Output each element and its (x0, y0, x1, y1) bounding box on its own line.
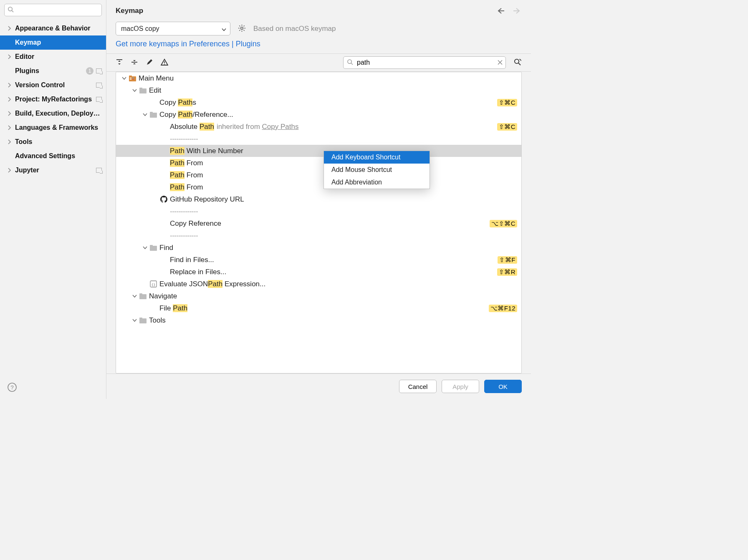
tree-row[interactable]: ------------- (116, 230, 521, 242)
chevron-down-icon (142, 113, 148, 116)
actions-search-input[interactable] (343, 56, 506, 69)
github-icon (160, 196, 167, 203)
tree-row[interactable]: Copy Reference⌥⇧⌘C (116, 217, 521, 230)
svg-line-12 (244, 30, 245, 30)
svg-rect-36 (150, 245, 153, 247)
tree-row-label: Replace in Files... (170, 268, 226, 276)
tree-row-label: Main Menu (139, 74, 174, 83)
sidebar-item-plugins[interactable]: Plugins1 (0, 64, 106, 78)
keymap-select[interactable]: macOS copy (116, 22, 230, 35)
folder-icon (139, 317, 147, 324)
expand-all-icon[interactable] (116, 58, 123, 67)
svg-rect-28 (130, 79, 131, 80)
tree-row-label: Find in Files... (170, 256, 214, 264)
svg-point-6 (241, 27, 243, 29)
tree-row-label: Find (159, 244, 173, 252)
sidebar-item-project-myrefactorings[interactable]: Project: MyRefactorings (0, 92, 106, 106)
based-on-label: Based on macOS keymap (253, 25, 336, 33)
sidebar-search (4, 4, 102, 16)
tree-row[interactable]: Copy Path/Reference... (116, 108, 521, 121)
clear-search-icon[interactable] (498, 59, 503, 66)
chevron-right-icon (7, 168, 12, 173)
find-by-shortcut-icon[interactable] (513, 58, 522, 68)
tree-row[interactable]: Path From (116, 181, 521, 193)
context-menu-item[interactable]: Add Abbreviation (324, 176, 430, 189)
sidebar-item-keymap[interactable]: Keymap (0, 35, 106, 50)
back-button[interactable] (496, 7, 505, 15)
context-menu-item[interactable]: Add Mouse Shortcut (324, 164, 430, 176)
json-icon: { } (149, 280, 157, 288)
svg-text:{ }: { } (152, 283, 155, 286)
warning-icon[interactable] (161, 58, 168, 67)
tree-row[interactable]: Find in Files...⇧⌘F (116, 254, 521, 266)
cancel-button[interactable]: Cancel (399, 380, 437, 393)
chevron-down-icon (121, 77, 127, 80)
tree-row[interactable]: ------------- (116, 205, 521, 217)
gear-icon[interactable] (238, 24, 246, 33)
sidebar-item-jupyter[interactable]: Jupyter (0, 163, 106, 177)
tree-row[interactable]: Copy Paths⇧⌘C (116, 96, 521, 108)
tree-row[interactable]: GitHub Repository URL (116, 193, 521, 205)
tree-row-label: GitHub Repository URL (170, 195, 244, 204)
tree-row[interactable]: Absolute Path inherited from Copy Paths⇧… (116, 121, 521, 133)
tree-row[interactable]: Path With Line Number (116, 145, 521, 157)
tree-row[interactable]: Path From (116, 169, 521, 181)
apply-button[interactable]: Apply (442, 380, 479, 393)
tree-row-label: Path From (170, 159, 203, 167)
sidebar-item-label: Appearance & Behavior (15, 25, 102, 32)
tree-row[interactable]: Edit (116, 84, 521, 96)
keymap-select-value: macOS copy (121, 25, 159, 33)
sidebar-item-appearance-behavior[interactable]: Appearance & Behavior (0, 21, 106, 35)
svg-rect-40 (139, 293, 142, 295)
sidebar-item-label: Tools (15, 138, 102, 146)
inherited-label: inherited from Copy Paths (217, 123, 299, 131)
sidebar-item-advanced-settings[interactable]: Advanced Settings (0, 149, 106, 163)
sidebar-item-build-execution-deployment[interactable]: Build, Execution, Deployment (0, 106, 106, 121)
tree-row[interactable]: Path From (116, 157, 521, 169)
sidebar-item-version-control[interactable]: Version Control (0, 78, 106, 92)
tree-row[interactable]: Main Menu (116, 72, 521, 84)
folder-icon (149, 244, 157, 252)
svg-rect-42 (139, 318, 142, 319)
sidebar-item-languages-frameworks[interactable]: Languages & Frameworks (0, 121, 106, 135)
tree-row[interactable]: { }Evaluate JSONPath Expression... (116, 278, 521, 290)
help-icon[interactable]: ? (8, 386, 17, 393)
project-level-icon (96, 167, 102, 174)
tree-row[interactable]: Navigate (116, 290, 521, 302)
context-menu-item[interactable]: Add Keyboard Shortcut (324, 151, 430, 164)
sidebar-item-editor[interactable]: Editor (0, 50, 106, 64)
actions-tree[interactable]: Main MenuEditCopy Paths⇧⌘CCopy Path/Refe… (116, 72, 522, 373)
tree-row[interactable]: Replace in Files...⇧⌘R (116, 266, 521, 278)
sidebar-item-label: Jupyter (15, 166, 96, 174)
sidebar-search-input[interactable] (4, 4, 102, 16)
ok-button[interactable]: OK (484, 380, 522, 393)
chevron-down-icon (131, 89, 137, 92)
forward-button[interactable] (513, 7, 522, 15)
svg-rect-26 (129, 76, 132, 77)
svg-line-20 (351, 63, 353, 65)
svg-line-24 (518, 63, 521, 65)
tree-row-label: Absolute Path (170, 123, 214, 131)
get-more-keymaps-link[interactable]: Get more keymaps in Preferences | Plugin… (116, 40, 260, 48)
svg-line-1 (12, 10, 13, 12)
shortcut-badge: ⇧⌘R (497, 268, 517, 276)
svg-rect-27 (130, 78, 131, 78)
folder-icon (139, 293, 147, 300)
chevron-down-icon (142, 246, 148, 250)
svg-rect-30 (132, 79, 134, 80)
tree-row[interactable]: ------------- (116, 133, 521, 145)
tree-row[interactable]: Tools (116, 314, 521, 326)
folder-icon (129, 75, 136, 82)
sidebar-item-tools[interactable]: Tools (0, 135, 106, 149)
folder-icon (149, 111, 157, 119)
chevron-right-icon (7, 83, 12, 88)
collapse-all-icon[interactable] (131, 58, 138, 67)
tree-row[interactable]: File Path⌥⌘F12 (116, 302, 521, 314)
search-icon (347, 59, 353, 66)
sidebar-item-label: Keymap (15, 39, 102, 46)
tree-row[interactable]: Find (116, 242, 521, 254)
edit-icon[interactable] (146, 58, 153, 67)
svg-text:?: ? (10, 384, 13, 391)
chevron-down-icon (222, 25, 226, 32)
sidebar-item-label: Version Control (15, 81, 96, 89)
